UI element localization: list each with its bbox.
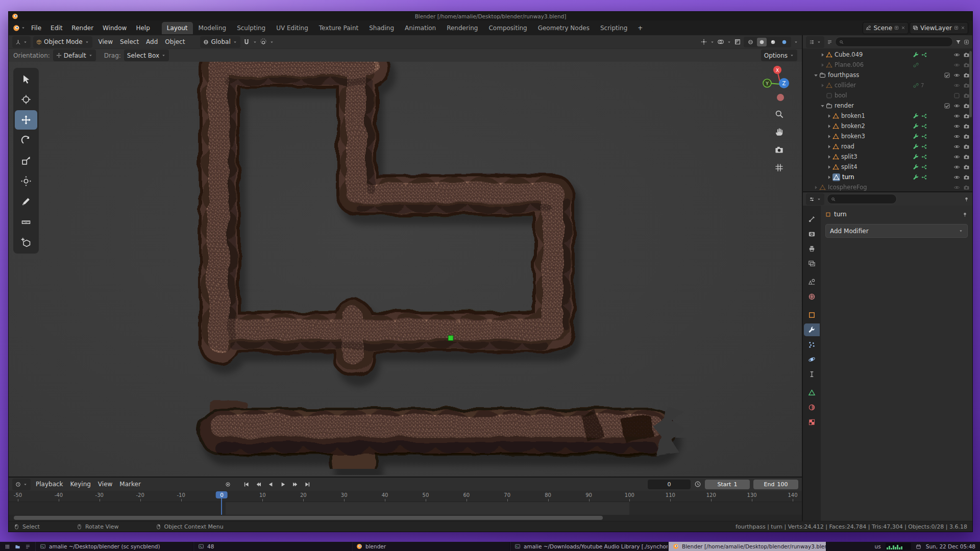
- workspace-tab-sculpting[interactable]: Sculpting: [232, 22, 271, 34]
- properties-tab-tool[interactable]: [804, 213, 820, 226]
- viewlayer-selector[interactable]: ViewLayer: [910, 22, 968, 34]
- eye-toggle-icon[interactable]: [953, 174, 960, 181]
- disclosure-right-icon[interactable]: [819, 62, 826, 68]
- tool-select-box-button[interactable]: [15, 69, 37, 89]
- prev-keyframe-button[interactable]: [253, 480, 264, 489]
- timeline-menu-playback[interactable]: Playback: [32, 480, 67, 489]
- properties-tab-modifiers[interactable]: [804, 323, 820, 336]
- checkbox-toggle-icon[interactable]: [944, 103, 950, 109]
- shading-caret-icon[interactable]: [794, 40, 798, 44]
- properties-tab-data[interactable]: [804, 386, 820, 399]
- playhead-frame-badge[interactable]: 0: [216, 491, 228, 498]
- outliner-filter-icon[interactable]: [955, 39, 961, 45]
- outliner-scrollbar[interactable]: [969, 51, 972, 117]
- eye-toggle-icon[interactable]: [953, 62, 960, 68]
- close-scene-icon[interactable]: [901, 26, 905, 30]
- add-modifier-button[interactable]: Add Modifier: [825, 224, 968, 238]
- taskbar-window-48[interactable]: 48: [193, 542, 352, 551]
- properties-tab-scene[interactable]: [804, 276, 820, 288]
- disclosure-right-icon[interactable]: [819, 52, 826, 58]
- orientation-setting-dropdown[interactable]: Default: [53, 49, 96, 61]
- outliner-row-render[interactable]: render: [803, 101, 972, 111]
- disclosure-right-icon[interactable]: [813, 184, 819, 191]
- properties-tab-render[interactable]: [804, 228, 820, 240]
- workspace-tab-uv-editing[interactable]: UV Editing: [271, 22, 313, 34]
- proportional-caret-icon[interactable]: [270, 40, 274, 44]
- new-collection-icon[interactable]: [964, 39, 969, 45]
- outliner-row-fourthpass[interactable]: fourthpass: [803, 70, 972, 80]
- camera-toggle-icon[interactable]: [963, 133, 970, 140]
- mode-dropdown[interactable]: Object Mode: [33, 36, 92, 48]
- menu-render[interactable]: Render: [67, 23, 98, 33]
- outliner-row-broken2[interactable]: broken2: [803, 121, 972, 131]
- eye-toggle-icon[interactable]: [953, 123, 960, 130]
- properties-options-icon[interactable]: [964, 196, 969, 202]
- viewport-canvas[interactable]: X Y Z: [9, 62, 802, 477]
- properties-search-input[interactable]: [827, 194, 897, 204]
- keyboard-layout-indicator[interactable]: us: [875, 543, 881, 549]
- eye-toggle-icon[interactable]: [953, 103, 960, 109]
- outliner-editor[interactable]: Cube.049Plane.006fourthpasscollider7bool…: [803, 35, 972, 191]
- current-frame-field[interactable]: 0: [648, 480, 691, 489]
- viewport-menu-view[interactable]: View: [95, 37, 116, 46]
- taskbar-window-blender-home-amalie-desktop-blender-runw[interactable]: Blender [/home/amalie/Desktop/blender/ru…: [668, 542, 826, 551]
- outliner-row-turn[interactable]: turn: [803, 172, 972, 182]
- eye-toggle-icon[interactable]: [953, 143, 960, 150]
- tool-measure-button[interactable]: [15, 212, 37, 232]
- properties-tab-viewlayer[interactable]: [804, 257, 820, 270]
- properties-tab-object[interactable]: [804, 309, 820, 321]
- use-preview-range-icon[interactable]: [694, 481, 701, 488]
- workspace-tab-geometry-nodes[interactable]: Geometry Nodes: [533, 22, 595, 34]
- xray-toggle-icon[interactable]: [734, 38, 741, 45]
- viewport-menu-object[interactable]: Object: [161, 37, 188, 46]
- properties-tab-particles[interactable]: [804, 338, 820, 351]
- disclosure-down-icon[interactable]: [813, 72, 819, 79]
- next-keyframe-button[interactable]: [290, 480, 301, 489]
- eye-toggle-icon[interactable]: [953, 154, 960, 160]
- outliner-editor-type-button[interactable]: [806, 36, 824, 48]
- camera-toggle-icon[interactable]: [963, 143, 970, 150]
- timeline-scroll-thumb[interactable]: [14, 516, 603, 520]
- show-gizmo-icon[interactable]: [700, 38, 707, 45]
- object-origin-dot[interactable]: [448, 336, 453, 341]
- tool-rotate-button[interactable]: [15, 131, 37, 150]
- disclosure-right-icon[interactable]: [819, 82, 826, 89]
- gizmo-axis-neg[interactable]: [777, 94, 784, 101]
- auto-key-button[interactable]: [223, 480, 233, 489]
- outliner-row-broken1[interactable]: broken1: [803, 111, 972, 121]
- jump-to-end-button[interactable]: [302, 480, 313, 489]
- workspace-tab-animation[interactable]: Animation: [400, 22, 441, 34]
- file-manager-icon[interactable]: [15, 544, 20, 549]
- camera-toggle-icon[interactable]: [963, 123, 970, 130]
- shading-rendered-button[interactable]: [779, 38, 789, 46]
- new-scene-icon[interactable]: [894, 26, 899, 30]
- viewport-menu-select[interactable]: Select: [116, 37, 142, 46]
- properties-tab-material[interactable]: [804, 401, 820, 414]
- shading-material-button[interactable]: [768, 38, 778, 46]
- workspace-tab-shading[interactable]: Shading: [364, 22, 399, 34]
- outliner-row-bool[interactable]: bool: [803, 90, 972, 101]
- taskbar-window-amalie-desktop-blender-sc-syncblend[interactable]: amalie ~/Desktop/blender (sc syncblend): [35, 542, 193, 551]
- eye-toggle-icon[interactable]: [953, 72, 960, 79]
- app-menu-blender-icon[interactable]: [13, 24, 20, 32]
- viewport-ortho-icon[interactable]: [772, 161, 786, 174]
- disclosure-right-icon[interactable]: [826, 123, 832, 130]
- options-dropdown[interactable]: Options: [761, 49, 797, 61]
- timeline-editor-type-button[interactable]: [12, 479, 31, 490]
- snap-caret-icon[interactable]: [253, 40, 257, 44]
- properties-editor-type-button[interactable]: [806, 193, 824, 205]
- navigation-gizmo[interactable]: X Y Z: [760, 65, 798, 103]
- outliner-row-split4[interactable]: split4: [803, 162, 972, 172]
- outliner-row-plane-006[interactable]: Plane.006: [803, 60, 972, 70]
- new-viewlayer-icon[interactable]: [954, 26, 959, 30]
- app-menu-icon[interactable]: [5, 544, 10, 549]
- window-titlebar[interactable]: Blender [/home/amalie/Desktop/blender/ru…: [9, 12, 972, 20]
- tool-add-cube-button[interactable]: [15, 233, 37, 252]
- timeline-scrollbar[interactable]: [9, 515, 802, 521]
- disclosure-down-icon[interactable]: [819, 103, 826, 109]
- timeline-body[interactable]: [9, 502, 802, 515]
- menu-file[interactable]: File: [27, 23, 46, 33]
- workspace-tab-modeling[interactable]: Modeling: [193, 22, 232, 34]
- menu-help[interactable]: Help: [131, 23, 154, 33]
- outliner-row-broken3[interactable]: broken3: [803, 131, 972, 141]
